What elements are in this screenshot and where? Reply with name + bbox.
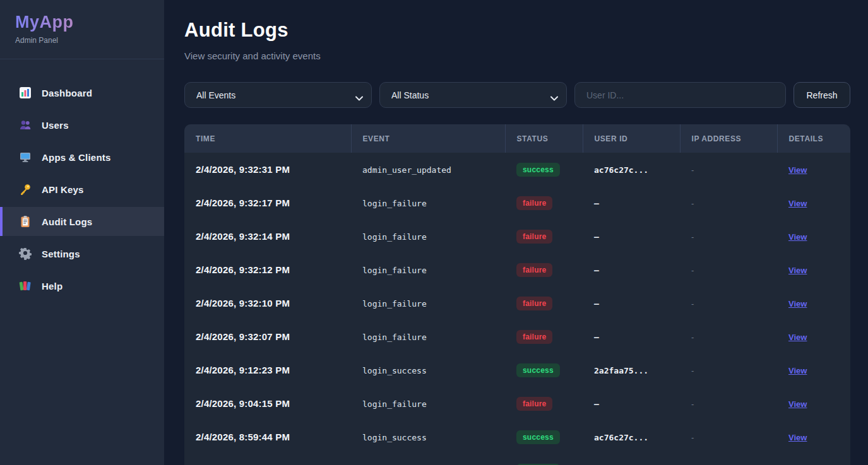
- event-cell: login_failure: [362, 299, 427, 309]
- page-subtitle: View security and activity events: [184, 50, 850, 61]
- view-details-link[interactable]: View: [788, 333, 807, 342]
- status-badge: failure: [516, 397, 552, 411]
- event-cell: login_success: [362, 433, 427, 442]
- status-badge: success: [516, 430, 560, 444]
- user-id-cell: –: [594, 299, 599, 309]
- event-cell: login_failure: [362, 333, 427, 342]
- column-header-user-id: USER ID: [583, 124, 680, 153]
- event-cell: login_failure: [362, 399, 427, 409]
- audit-logs-table-card: TIME EVENT STATUS USER ID IP ADDRESS DET…: [184, 124, 850, 465]
- column-header-status: STATUS: [505, 124, 583, 153]
- time-cell: 2/4/2026, 9:32:17 PM: [196, 197, 290, 208]
- bar-chart-icon: [19, 86, 32, 99]
- status-filter-select[interactable]: All Status: [379, 82, 567, 108]
- sidebar-item-label: Users: [42, 120, 69, 131]
- table-row: 2/4/2026, 8:59:44 PM login_success succe…: [184, 420, 850, 454]
- user-id-cell: –: [594, 399, 599, 409]
- sidebar-item-audit-logs[interactable]: Audit Logs: [0, 207, 164, 236]
- table-header-row: TIME EVENT STATUS USER ID IP ADDRESS DET…: [184, 124, 850, 153]
- audit-logs-table: TIME EVENT STATUS USER ID IP ADDRESS DET…: [184, 124, 850, 465]
- event-cell: admin_user_updated: [362, 165, 451, 175]
- view-details-link[interactable]: View: [788, 165, 807, 175]
- sidebar-item-apps-clients[interactable]: Apps & Clients: [0, 143, 164, 172]
- app-root: MyApp Admin Panel Dashboard Users A: [0, 0, 868, 465]
- time-cell: 2/4/2026, 9:32:10 PM: [196, 298, 290, 309]
- table-row: 2/4/2026, 9:32:14 PM login_failure failu…: [184, 220, 850, 253]
- sidebar-item-dashboard[interactable]: Dashboard: [0, 78, 164, 107]
- column-header-time: TIME: [184, 124, 351, 153]
- sidebar-item-users[interactable]: Users: [0, 110, 164, 139]
- sidebar-item-label: Apps & Clients: [42, 152, 110, 163]
- ip-address-cell: -: [691, 299, 694, 309]
- audit-table-body: 2/4/2026, 9:32:31 PM admin_user_updated …: [184, 153, 850, 465]
- column-header-ip-address: IP ADDRESS: [680, 124, 777, 153]
- clipboard-icon: [19, 215, 32, 228]
- user-id-cell: 2a2faa75...: [594, 366, 648, 375]
- gear-icon: [19, 247, 32, 260]
- key-icon: [19, 183, 32, 196]
- column-header-event: EVENT: [351, 124, 505, 153]
- view-details-link[interactable]: View: [788, 399, 807, 409]
- event-cell: login_success: [362, 366, 427, 375]
- event-cell: login_failure: [362, 199, 427, 208]
- view-details-link[interactable]: View: [788, 299, 807, 309]
- event-cell: login_failure: [362, 266, 427, 275]
- user-id-cell: –: [594, 232, 599, 242]
- user-id-cell: –: [594, 266, 599, 275]
- time-cell: 2/4/2026, 9:32:31 PM: [196, 164, 290, 175]
- sidebar-item-settings[interactable]: Settings: [0, 239, 164, 268]
- ip-address-cell: -: [691, 399, 694, 409]
- table-row: 2/4/2026, 9:32:31 PM admin_user_updated …: [184, 153, 850, 186]
- books-icon: [19, 280, 32, 292]
- users-icon: [19, 119, 32, 131]
- sidebar-item-label: Help: [42, 281, 62, 291]
- table-row: 2/4/2026, 9:32:07 PM login_failure failu…: [184, 320, 850, 353]
- time-cell: 2/4/2026, 9:12:23 PM: [196, 365, 290, 375]
- time-cell: 2/4/2026, 9:32:07 PM: [196, 331, 290, 342]
- ip-address-cell: -: [691, 165, 694, 175]
- time-cell: 2/4/2026, 9:04:15 PM: [196, 398, 290, 409]
- event-filter-wrap: All Events: [184, 82, 372, 108]
- ip-address-cell: -: [691, 433, 694, 442]
- sidebar-item-label: Audit Logs: [42, 216, 92, 227]
- sidebar: MyApp Admin Panel Dashboard Users A: [0, 0, 164, 465]
- sidebar-nav: Dashboard Users Apps & Clients API Keys: [0, 59, 164, 300]
- ip-address-cell: -: [691, 232, 694, 242]
- sidebar-item-api-keys[interactable]: API Keys: [0, 175, 164, 204]
- status-filter-wrap: All Status: [379, 82, 567, 108]
- table-row: 2/4/2026, 9:12:23 PM login_success succe…: [184, 353, 850, 387]
- view-details-link[interactable]: View: [788, 366, 807, 375]
- ip-address-cell: -: [691, 266, 694, 275]
- user-id-cell: ac76c27c...: [594, 433, 648, 442]
- logo-block: MyApp Admin Panel: [0, 0, 164, 59]
- view-details-link[interactable]: View: [788, 232, 807, 242]
- status-badge: failure: [516, 263, 552, 277]
- status-badge: failure: [516, 330, 552, 344]
- sidebar-item-label: API Keys: [42, 184, 84, 195]
- ip-address-cell: -: [691, 199, 694, 208]
- status-badge: failure: [516, 297, 552, 310]
- status-badge: success: [516, 363, 560, 377]
- view-details-link[interactable]: View: [788, 199, 807, 208]
- table-row: 2/4/2026, 9:32:10 PM login_failure failu…: [184, 286, 850, 320]
- sidebar-item-label: Settings: [42, 249, 80, 259]
- time-cell: 2/4/2026, 9:32:14 PM: [196, 231, 290, 242]
- table-row: 2/4/2026, 9:32:12 PM login_failure failu…: [184, 253, 850, 286]
- user-id-input[interactable]: [574, 82, 786, 108]
- user-id-cell: –: [594, 199, 599, 208]
- desktop-computer-icon: [19, 151, 32, 163]
- status-badge: success: [516, 163, 560, 177]
- table-row: 2/4/2026, 9:04:15 PM login_failure failu…: [184, 387, 850, 420]
- view-details-link[interactable]: View: [788, 266, 807, 275]
- status-badge: failure: [516, 196, 552, 210]
- table-row: 2/4/2026, 9:32:17 PM login_failure failu…: [184, 186, 850, 220]
- app-logo: MyApp: [15, 13, 74, 32]
- page-title: Audit Logs: [184, 19, 850, 42]
- refresh-button[interactable]: Refresh: [794, 82, 850, 108]
- event-filter-select[interactable]: All Events: [184, 82, 372, 108]
- main-content: Audit Logs View security and activity ev…: [164, 0, 868, 465]
- status-badge: failure: [516, 230, 552, 244]
- sidebar-item-help[interactable]: Help: [0, 271, 164, 300]
- view-details-link[interactable]: View: [788, 433, 807, 442]
- filter-bar: All Events All Status Refresh: [184, 82, 850, 108]
